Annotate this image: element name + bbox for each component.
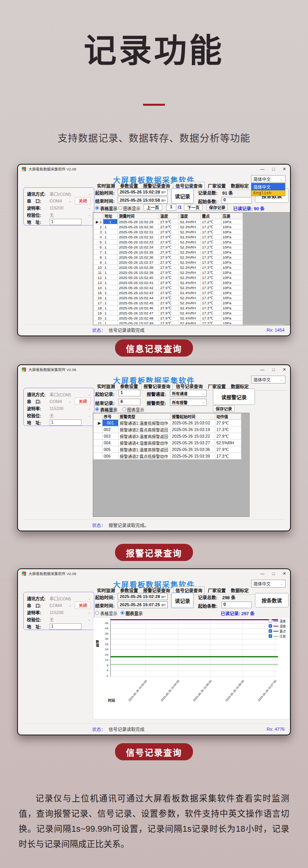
start-index-input[interactable]: 0 <box>221 197 252 204</box>
tab-实时监测[interactable]: 实时监测 <box>95 182 117 190</box>
dropdown[interactable]: COM4⌄ <box>50 199 71 203</box>
prev-page-button[interactable]: 上一页 <box>143 204 162 211</box>
legend-checkbox[interactable]: ✓ <box>269 629 272 633</box>
chart-view-label[interactable]: 图表显示 <box>127 406 144 413</box>
dropdown[interactable]: 串口(COM)⌄ <box>50 391 91 398</box>
language-select[interactable]: 简体中文 ⌄ <box>251 580 285 588</box>
next-page-button[interactable]: 下一页 <box>184 204 203 211</box>
read-by-count-button[interactable]: 按条数读 <box>255 593 289 607</box>
language-select[interactable]: 简体中文 ⌄ <box>251 175 285 183</box>
table-row[interactable]: 004报警通道4:湿度高报警动作2025-05-26 15:03:2752.5%… <box>94 440 241 446</box>
dropdown[interactable]: 串口(COM)⌄ <box>50 191 91 197</box>
alarm-type-select[interactable]: 所有报警 ⌄ <box>170 399 207 406</box>
dropdown[interactable]: 115200⌄ <box>50 206 91 210</box>
alarm-table[interactable]: 序号报警类型报警起始时间动作值▶ 001报警通道1:温度低报警动作2025-05… <box>93 413 250 517</box>
chart-view-radio[interactable] <box>122 407 126 411</box>
dropdown[interactable]: 115200⌄ <box>50 406 91 411</box>
table-view-label[interactable]: 表格显示 <box>100 610 117 616</box>
close-button[interactable]: ✕ <box>283 571 286 576</box>
table-row[interactable]: 1112025-05-26 15:02:3927.9℃52.3%RH17.3℃1… <box>94 270 243 275</box>
save-records-button[interactable]: 保存记录 <box>207 204 228 211</box>
tab-报警记录查询[interactable]: 报警记录查询 <box>141 382 173 390</box>
close-port-button[interactable]: 关闭 <box>75 398 91 405</box>
table-row[interactable]: ▶ 112025-05-26 15:02:2927.9℃52.3%RH17.2℃… <box>94 219 243 224</box>
language-option-english[interactable]: English <box>251 190 285 196</box>
table-row[interactable]: 612025-05-26 15:02:3427.9℃52.3%RH17.2℃10… <box>94 245 243 250</box>
chart-view-label[interactable]: 图表显示 <box>126 610 143 616</box>
table-row[interactable]: 2012025-05-26 15:02:4827.9℃52.4%RH17.3℃1… <box>94 316 243 321</box>
read-records-button[interactable]: 读记录 <box>171 593 194 608</box>
table-row[interactable]: 912025-05-26 15:02:3727.9℃52.3%RH17.3℃10… <box>94 260 243 265</box>
table-row[interactable]: ▶ 001报警通道1:温度低报警动作2025-05-26 15:03:0227.… <box>94 420 241 426</box>
language-option-chinese[interactable]: 简体中文 <box>251 183 285 190</box>
address-input[interactable]: 1 <box>50 623 81 630</box>
table-row[interactable]: 005报警通道1:温度高报警返回2025-05-26 15:03:3627.9℃ <box>94 446 241 453</box>
tab-厂家设置[interactable]: 厂家设置 <box>206 587 228 594</box>
table-row[interactable]: 312025-05-26 15:02:3127.9℃52.3%RH17.3℃10… <box>94 229 243 234</box>
close-button[interactable]: ✕ <box>283 367 286 372</box>
alarm-channel-select[interactable]: 所有通道 ⌄ <box>170 390 207 397</box>
minimize-button[interactable]: — <box>260 367 264 372</box>
maximize-button[interactable]: □ <box>272 571 275 576</box>
close-button[interactable]: ✕ <box>283 167 286 172</box>
table-row[interactable]: 1712025-05-26 15:02:4527.9℃52.3%RH17.3℃1… <box>94 300 243 305</box>
end-time-input[interactable]: 2025-05-26 15:07:25 ▦▾ <box>118 601 168 608</box>
legend-checkbox[interactable]: ✓ <box>269 624 272 628</box>
dropdown[interactable]: 无⌄ <box>50 212 91 218</box>
table-row[interactable]: 512025-05-26 15:02:3327.9℃52.3%RH17.2℃10… <box>94 240 243 245</box>
table-row[interactable]: 812025-05-26 15:02:3627.9℃52.3%RH17.3℃10… <box>94 255 243 260</box>
table-view-radio[interactable] <box>95 407 99 411</box>
start-record-input[interactable]: 1 <box>119 390 140 396</box>
tab-数据标定[interactable]: 数据标定 <box>229 182 251 190</box>
tab-实时监测[interactable]: 实时监测 <box>95 587 117 594</box>
table-row[interactable]: 1312025-05-26 15:02:4127.9℃52.4%RH17.3℃1… <box>94 280 243 285</box>
language-select[interactable]: 简体中文 ⌄ <box>251 376 285 383</box>
minimize-button[interactable]: — <box>260 167 264 172</box>
minimize-button[interactable]: — <box>260 571 264 576</box>
table-view-radio[interactable] <box>95 611 99 615</box>
chart-view-radio[interactable] <box>120 611 124 615</box>
tab-参数设置[interactable]: 参数设置 <box>118 383 140 390</box>
table-row[interactable]: 212025-05-26 15:02:3027.9℃52.3%RH17.2℃10… <box>94 224 243 229</box>
table-row[interactable]: 712025-05-26 15:02:3527.9℃52.3%RH17.3℃10… <box>94 250 243 255</box>
dropdown[interactable]: 无⌄ <box>50 616 91 623</box>
table-row[interactable]: 1212025-05-26 15:02:4027.9℃52.3%RH17.3℃1… <box>94 275 243 280</box>
table-row[interactable]: 003报警通道3:温度高报警返回2025-05-26 15:03:2227.9℃ <box>94 433 241 440</box>
table-row[interactable]: 1012025-05-26 15:02:3827.9℃52.3%RH17.3℃1… <box>94 265 243 270</box>
start-time-input[interactable]: 2025-05-26 15:02:28 ▦▾ <box>118 188 168 195</box>
tab-厂家设置[interactable]: 厂家设置 <box>206 182 228 190</box>
table-view-label[interactable]: 表格显示 <box>100 406 117 413</box>
legend-checkbox[interactable] <box>269 619 272 623</box>
table-view-label[interactable]: 表格显示 <box>100 205 117 211</box>
start-time-input[interactable]: 2025-05-26 15:02:28 ▦▾ <box>118 593 168 600</box>
table-row[interactable]: 1812025-05-26 15:02:4627.9℃52.4%RH17.3℃1… <box>94 305 243 311</box>
table-row[interactable]: 1912025-05-26 15:02:4727.9℃52.4%RH17.3℃1… <box>94 311 243 316</box>
start-index-input[interactable]: 0 <box>221 602 252 608</box>
legend-checkbox[interactable]: ✓ <box>269 634 272 638</box>
page-number-input[interactable]: 1 <box>166 204 176 211</box>
dropdown[interactable]: 115200⌄ <box>50 610 91 615</box>
tab-实时监测[interactable]: 实时监测 <box>95 383 117 390</box>
end-time-input[interactable]: 2025-05-26 15:03:58 ▦▾ <box>118 197 168 204</box>
read-alarm-records-button[interactable]: 读报警记录 <box>213 389 255 405</box>
table-view-radio[interactable] <box>95 206 99 210</box>
records-table[interactable]: 地址测量时间温度湿度露点压差▶ 112025-05-26 15:02:2927.… <box>93 212 290 325</box>
maximize-button[interactable]: □ <box>272 367 275 372</box>
end-record-input[interactable]: 6 <box>119 399 140 405</box>
table-row[interactable]: 1512025-05-26 15:02:4327.9℃52.4%RH17.3℃1… <box>94 290 243 295</box>
maximize-button[interactable]: □ <box>272 167 275 172</box>
tab-信号记录查询[interactable]: 信号记录查询 <box>174 383 205 390</box>
close-port-button[interactable]: 关闭 <box>75 197 91 204</box>
dropdown[interactable]: 串口(COM)⌄ <box>50 595 91 602</box>
tab-数据标定[interactable]: 数据标定 <box>229 587 251 594</box>
dropdown[interactable]: 无⌄ <box>50 412 91 419</box>
table-row[interactable]: 412025-05-26 15:02:3227.9℃52.3%RH17.3℃10… <box>94 234 243 240</box>
chart-view-radio[interactable] <box>119 206 122 210</box>
save-records-button[interactable]: 保存记录 <box>213 405 235 412</box>
table-row[interactable]: 1412025-05-26 15:02:4227.9℃52.3%RH17.3℃1… <box>94 285 243 290</box>
table-row[interactable]: 006报警通道2:露点低报警动作2025-05-26 15:03:3917.3℃ <box>94 453 241 460</box>
close-port-button[interactable]: 关闭 <box>75 602 91 609</box>
address-input[interactable]: 1 <box>50 419 81 426</box>
address-input[interactable]: 1 <box>50 219 81 225</box>
dropdown[interactable]: COM4⌄ <box>50 399 71 404</box>
